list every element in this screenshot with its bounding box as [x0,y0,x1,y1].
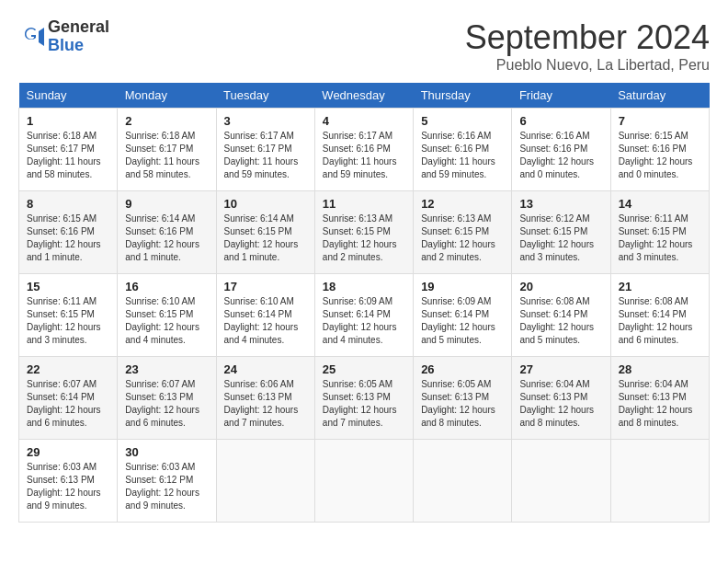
day-info: Sunrise: 6:09 AMSunset: 6:14 PMDaylight:… [421,295,504,347]
day-number: 10 [224,197,307,211]
day-number: 7 [619,114,701,128]
calendar-week-row: 1Sunrise: 6:18 AMSunset: 6:17 PMDaylight… [19,109,710,191]
day-info: Sunrise: 6:06 AMSunset: 6:13 PMDaylight:… [224,378,307,430]
calendar-cell [414,440,512,523]
day-number: 15 [27,280,109,293]
calendar-cell: 24Sunrise: 6:06 AMSunset: 6:13 PMDayligh… [216,357,314,440]
calendar-cell [610,440,709,523]
day-info: Sunrise: 6:05 AMSunset: 6:13 PMDaylight:… [421,378,504,430]
day-number: 2 [125,114,208,128]
day-number: 28 [619,362,701,376]
day-number: 22 [27,362,109,376]
calendar-cell: 5Sunrise: 6:16 AMSunset: 6:16 PMDaylight… [414,109,512,191]
calendar-cell [314,440,413,523]
day-number: 16 [125,280,208,293]
calendar-week-row: 22Sunrise: 6:07 AMSunset: 6:14 PMDayligh… [19,357,710,440]
calendar-cell: 15Sunrise: 6:11 AMSunset: 6:15 PMDayligh… [19,274,118,357]
calendar-cell: 12Sunrise: 6:13 AMSunset: 6:15 PMDayligh… [414,191,512,274]
calendar-cell: 16Sunrise: 6:10 AMSunset: 6:15 PMDayligh… [118,274,216,357]
day-number: 21 [619,280,701,293]
day-info: Sunrise: 6:08 AMSunset: 6:14 PMDaylight:… [619,295,701,347]
day-number: 19 [421,280,504,293]
calendar-cell: 6Sunrise: 6:16 AMSunset: 6:16 PMDaylight… [512,109,610,191]
location-title: Pueblo Nuevo, La Libertad, Peru [465,57,710,74]
day-number: 8 [27,197,109,211]
day-info: Sunrise: 6:11 AMSunset: 6:15 PMDaylight:… [619,213,701,264]
day-info: Sunrise: 6:12 AMSunset: 6:15 PMDaylight:… [519,213,602,264]
calendar-header-row: SundayMondayTuesdayWednesdayThursdayFrid… [19,83,710,109]
day-info: Sunrise: 6:03 AMSunset: 6:12 PMDaylight:… [125,461,208,512]
calendar-week-row: 29Sunrise: 6:03 AMSunset: 6:13 PMDayligh… [19,440,710,523]
day-info: Sunrise: 6:18 AMSunset: 6:17 PMDaylight:… [125,130,208,181]
logo: General Blue [18,18,109,55]
col-header-monday: Monday [118,83,216,109]
title-section: September 2024 Pueblo Nuevo, La Libertad… [465,18,710,74]
calendar-cell: 9Sunrise: 6:14 AMSunset: 6:16 PMDaylight… [118,191,216,274]
calendar-cell: 27Sunrise: 6:04 AMSunset: 6:13 PMDayligh… [512,357,610,440]
col-header-saturday: Saturday [610,83,709,109]
calendar-cell: 20Sunrise: 6:08 AMSunset: 6:14 PMDayligh… [512,274,610,357]
calendar-table: SundayMondayTuesdayWednesdayThursdayFrid… [18,83,710,523]
logo-blue-text: Blue [48,37,109,55]
day-number: 5 [421,114,504,128]
calendar-cell [512,440,610,523]
calendar-cell: 2Sunrise: 6:18 AMSunset: 6:17 PMDaylight… [118,109,216,191]
col-header-tuesday: Tuesday [216,83,314,109]
calendar-cell: 11Sunrise: 6:13 AMSunset: 6:15 PMDayligh… [314,191,413,274]
day-info: Sunrise: 6:08 AMSunset: 6:14 PMDaylight:… [519,295,602,347]
day-info: Sunrise: 6:05 AMSunset: 6:13 PMDaylight:… [323,378,405,430]
day-info: Sunrise: 6:10 AMSunset: 6:14 PMDaylight:… [224,295,307,347]
day-info: Sunrise: 6:04 AMSunset: 6:13 PMDaylight:… [619,378,701,430]
calendar-cell: 1Sunrise: 6:18 AMSunset: 6:17 PMDaylight… [19,109,118,191]
calendar-week-row: 15Sunrise: 6:11 AMSunset: 6:15 PMDayligh… [19,274,710,357]
calendar-cell: 19Sunrise: 6:09 AMSunset: 6:14 PMDayligh… [414,274,512,357]
calendar-cell: 7Sunrise: 6:15 AMSunset: 6:16 PMDaylight… [610,109,709,191]
calendar-cell: 14Sunrise: 6:11 AMSunset: 6:15 PMDayligh… [610,191,709,274]
day-number: 11 [323,197,405,211]
day-info: Sunrise: 6:04 AMSunset: 6:13 PMDaylight:… [519,378,602,430]
calendar-cell: 26Sunrise: 6:05 AMSunset: 6:13 PMDayligh… [414,357,512,440]
day-info: Sunrise: 6:11 AMSunset: 6:15 PMDaylight:… [27,295,109,347]
calendar-cell: 25Sunrise: 6:05 AMSunset: 6:13 PMDayligh… [314,357,413,440]
calendar-week-row: 8Sunrise: 6:15 AMSunset: 6:16 PMDaylight… [19,191,710,274]
day-number: 20 [519,280,602,293]
day-number: 6 [519,114,602,128]
calendar-cell: 17Sunrise: 6:10 AMSunset: 6:14 PMDayligh… [216,274,314,357]
day-number: 25 [323,362,405,376]
day-info: Sunrise: 6:17 AMSunset: 6:16 PMDaylight:… [323,130,405,181]
day-info: Sunrise: 6:07 AMSunset: 6:13 PMDaylight:… [125,378,208,430]
day-number: 18 [323,280,405,293]
calendar-cell: 28Sunrise: 6:04 AMSunset: 6:13 PMDayligh… [610,357,709,440]
calendar-cell: 29Sunrise: 6:03 AMSunset: 6:13 PMDayligh… [19,440,118,523]
day-number: 24 [224,362,307,376]
day-info: Sunrise: 6:09 AMSunset: 6:14 PMDaylight:… [323,295,405,347]
calendar-cell: 30Sunrise: 6:03 AMSunset: 6:12 PMDayligh… [118,440,216,523]
logo-general-text: General [48,18,109,37]
logo-icon [18,24,44,50]
day-number: 26 [421,362,504,376]
calendar-cell: 22Sunrise: 6:07 AMSunset: 6:14 PMDayligh… [19,357,118,440]
calendar-cell: 21Sunrise: 6:08 AMSunset: 6:14 PMDayligh… [610,274,709,357]
day-number: 14 [619,197,701,211]
col-header-sunday: Sunday [19,83,118,109]
calendar-cell [216,440,314,523]
day-number: 30 [125,445,208,459]
day-info: Sunrise: 6:03 AMSunset: 6:13 PMDaylight:… [27,461,109,512]
day-number: 13 [519,197,602,211]
calendar-cell: 4Sunrise: 6:17 AMSunset: 6:16 PMDaylight… [314,109,413,191]
day-number: 23 [125,362,208,376]
day-number: 4 [323,114,405,128]
calendar-cell: 3Sunrise: 6:17 AMSunset: 6:17 PMDaylight… [216,109,314,191]
day-info: Sunrise: 6:14 AMSunset: 6:16 PMDaylight:… [125,213,208,264]
day-info: Sunrise: 6:13 AMSunset: 6:15 PMDaylight:… [421,213,504,264]
day-info: Sunrise: 6:18 AMSunset: 6:17 PMDaylight:… [27,130,109,181]
day-info: Sunrise: 6:10 AMSunset: 6:15 PMDaylight:… [125,295,208,347]
day-info: Sunrise: 6:16 AMSunset: 6:16 PMDaylight:… [519,130,602,181]
calendar-cell: 10Sunrise: 6:14 AMSunset: 6:15 PMDayligh… [216,191,314,274]
day-number: 3 [224,114,307,128]
day-number: 27 [519,362,602,376]
day-number: 9 [125,197,208,211]
logo-text: General Blue [48,18,109,55]
col-header-thursday: Thursday [414,83,512,109]
day-info: Sunrise: 6:07 AMSunset: 6:14 PMDaylight:… [27,378,109,430]
